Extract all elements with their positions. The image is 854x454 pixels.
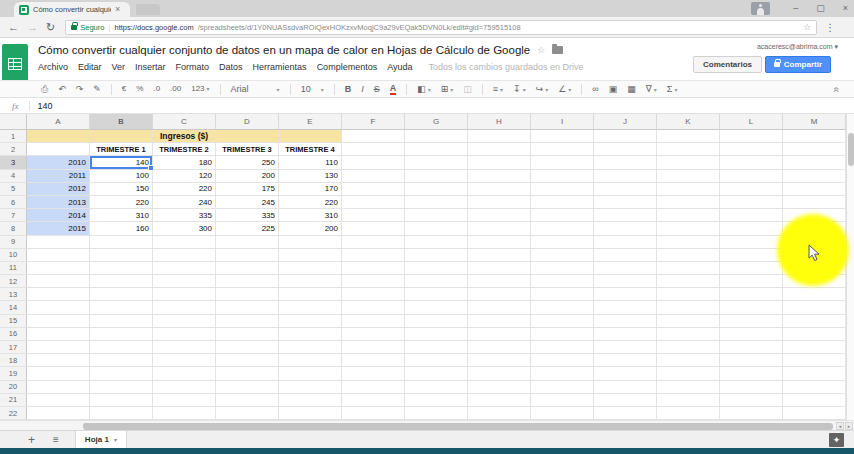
- cell-H10[interactable]: [468, 249, 531, 262]
- column-header-H[interactable]: H: [468, 114, 531, 130]
- cell-D6[interactable]: 245: [216, 196, 279, 209]
- cell-B3[interactable]: 140: [90, 156, 153, 169]
- scroll-left-icon[interactable]: ◂: [836, 422, 844, 430]
- cell-C1[interactable]: Ingresos ($): [153, 130, 216, 143]
- row-header-14[interactable]: 14: [0, 301, 27, 314]
- cell-I14[interactable]: [531, 301, 594, 314]
- text-rotation-icon[interactable]: ∠▾: [558, 85, 571, 94]
- cell-I21[interactable]: [531, 394, 594, 407]
- cell-K4[interactable]: [657, 170, 720, 183]
- cell-C3[interactable]: 180: [153, 156, 216, 169]
- menu-editar[interactable]: Editar: [78, 62, 102, 72]
- cell-D16[interactable]: [216, 328, 279, 341]
- horizontal-scrollbar-thumb[interactable]: [83, 423, 833, 430]
- bold-button[interactable]: B: [345, 85, 352, 94]
- menu-archivo[interactable]: Archivo: [38, 62, 68, 72]
- cell-C16[interactable]: [153, 328, 216, 341]
- cell-E13[interactable]: [279, 288, 342, 301]
- cell-M3[interactable]: [783, 156, 846, 169]
- cell-C19[interactable]: [153, 367, 216, 380]
- cell-F20[interactable]: [342, 381, 405, 394]
- cell-A2[interactable]: [27, 143, 90, 156]
- column-header-J[interactable]: J: [594, 114, 657, 130]
- cell-B1[interactable]: [90, 130, 153, 143]
- cell-B21[interactable]: [90, 394, 153, 407]
- cell-I2[interactable]: [531, 143, 594, 156]
- cell-H1[interactable]: [468, 130, 531, 143]
- cell-M2[interactable]: [783, 143, 846, 156]
- cell-K19[interactable]: [657, 367, 720, 380]
- bookmark-star-icon[interactable]: ☆: [803, 22, 811, 32]
- row-header-6[interactable]: 6: [0, 196, 27, 209]
- cell-K11[interactable]: [657, 262, 720, 275]
- cell-B16[interactable]: [90, 328, 153, 341]
- cell-A9[interactable]: [27, 236, 90, 249]
- cell-J19[interactable]: [594, 367, 657, 380]
- cell-L16[interactable]: [720, 328, 783, 341]
- profile-avatar-icon[interactable]: [751, 2, 770, 15]
- insert-link-icon[interactable]: ∞: [592, 85, 598, 94]
- row-header-3[interactable]: 3: [0, 156, 27, 169]
- cell-F8[interactable]: [342, 222, 405, 235]
- cell-H15[interactable]: [468, 315, 531, 328]
- cell-E7[interactable]: 310: [279, 209, 342, 222]
- cell-L11[interactable]: [720, 262, 783, 275]
- cell-F21[interactable]: [342, 394, 405, 407]
- cell-J9[interactable]: [594, 236, 657, 249]
- format-percent-icon[interactable]: %: [136, 85, 143, 93]
- cell-J2[interactable]: [594, 143, 657, 156]
- row-header-20[interactable]: 20: [0, 381, 27, 394]
- row-header-9[interactable]: 9: [0, 236, 27, 249]
- cell-L1[interactable]: [720, 130, 783, 143]
- menu-datos[interactable]: Datos: [219, 62, 243, 72]
- cell-M22[interactable]: [783, 407, 846, 420]
- cell-E10[interactable]: [279, 249, 342, 262]
- cell-F19[interactable]: [342, 367, 405, 380]
- cell-F9[interactable]: [342, 236, 405, 249]
- row-header-16[interactable]: 16: [0, 328, 27, 341]
- menu-complementos[interactable]: Complementos: [317, 62, 378, 72]
- forward-button[interactable]: →: [27, 22, 38, 33]
- cell-L5[interactable]: [720, 183, 783, 196]
- cell-B9[interactable]: [90, 236, 153, 249]
- cell-B10[interactable]: [90, 249, 153, 262]
- cell-C2[interactable]: TRIMESTRE 2: [153, 143, 216, 156]
- cell-L21[interactable]: [720, 394, 783, 407]
- cell-H17[interactable]: [468, 341, 531, 354]
- cell-A19[interactable]: [27, 367, 90, 380]
- cell-K13[interactable]: [657, 288, 720, 301]
- cell-E9[interactable]: [279, 236, 342, 249]
- cell-M7[interactable]: [783, 209, 846, 222]
- cell-G6[interactable]: [405, 196, 468, 209]
- cell-M5[interactable]: [783, 183, 846, 196]
- row-header-11[interactable]: 11: [0, 262, 27, 275]
- cell-G2[interactable]: [405, 143, 468, 156]
- cell-L17[interactable]: [720, 341, 783, 354]
- cell-G12[interactable]: [405, 275, 468, 288]
- cell-D3[interactable]: 250: [216, 156, 279, 169]
- cell-D9[interactable]: [216, 236, 279, 249]
- cell-G15[interactable]: [405, 315, 468, 328]
- cell-G5[interactable]: [405, 183, 468, 196]
- row-header-8[interactable]: 8: [0, 222, 27, 235]
- cell-D20[interactable]: [216, 381, 279, 394]
- cell-B14[interactable]: [90, 301, 153, 314]
- more-formats-button[interactable]: 123▾: [191, 85, 209, 93]
- text-wrap-icon[interactable]: ↪▾: [536, 85, 549, 94]
- browser-menu-icon[interactable]: ⋮: [825, 22, 835, 33]
- cell-A13[interactable]: [27, 288, 90, 301]
- cell-D10[interactable]: [216, 249, 279, 262]
- cell-H16[interactable]: [468, 328, 531, 341]
- cell-I3[interactable]: [531, 156, 594, 169]
- cell-M14[interactable]: [783, 301, 846, 314]
- cell-C14[interactable]: [153, 301, 216, 314]
- account-email[interactable]: acaceresc@abrima.com ▾: [757, 43, 838, 51]
- cell-B18[interactable]: [90, 354, 153, 367]
- cell-F4[interactable]: [342, 170, 405, 183]
- cell-H20[interactable]: [468, 381, 531, 394]
- cell-D12[interactable]: [216, 275, 279, 288]
- cell-F13[interactable]: [342, 288, 405, 301]
- cell-B4[interactable]: 100: [90, 170, 153, 183]
- cell-A11[interactable]: [27, 262, 90, 275]
- cell-M15[interactable]: [783, 315, 846, 328]
